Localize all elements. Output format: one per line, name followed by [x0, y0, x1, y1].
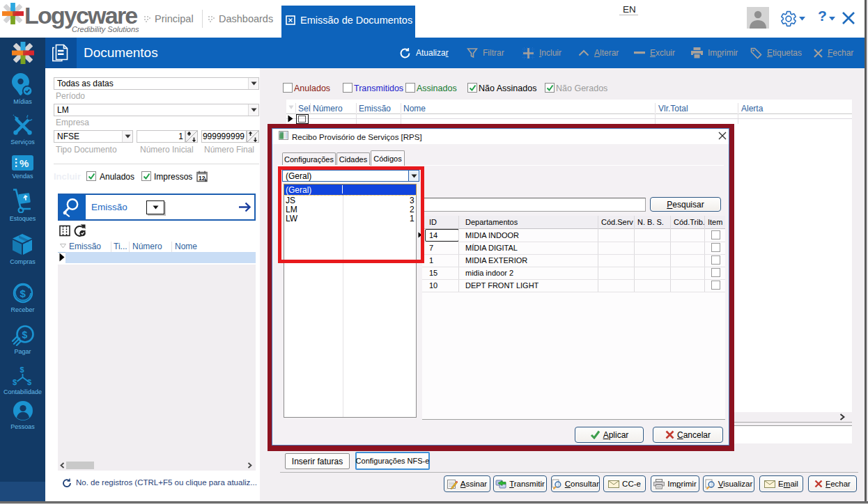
svg-text:$: $: [27, 378, 31, 386]
svg-text:$: $: [13, 378, 17, 386]
svg-text:12: 12: [199, 175, 206, 182]
svg-text:$: $: [22, 329, 28, 340]
svg-text:$: $: [20, 366, 24, 374]
svg-text:$: $: [20, 288, 26, 299]
svg-text:%: %: [20, 157, 29, 169]
